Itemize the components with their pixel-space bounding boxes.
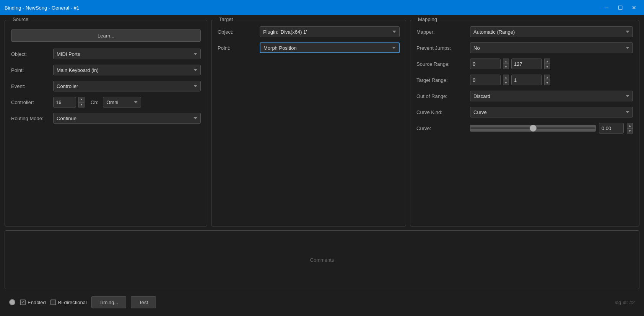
target-range-inputs: ▲ ▼ ▲ ▼ xyxy=(470,75,550,85)
source-range-row: Source Range: ▲ ▼ ▲ ▼ xyxy=(416,59,633,69)
source-range-max[interactable] xyxy=(511,59,542,69)
target-point-select[interactable]: Morph Position xyxy=(260,42,400,53)
main-content: Source Learn... Object: MIDI Ports Point… xyxy=(0,15,644,316)
target-range-label: Target Range: xyxy=(416,77,470,83)
source-range-label: Source Range: xyxy=(416,61,470,67)
comments-placeholder: Comments xyxy=(310,257,334,263)
curve-value-input[interactable] xyxy=(599,123,624,134)
mapping-panel-title: Mapping xyxy=(416,16,439,22)
curve-slider-group: ▲ ▼ xyxy=(470,123,633,134)
controller-input-group: ▲ ▼ Ch: Omni xyxy=(53,97,141,108)
target-range-row: Target Range: ▲ ▼ ▲ ▼ xyxy=(416,75,633,85)
test-button[interactable]: Test xyxy=(131,296,156,308)
curve-slider[interactable] xyxy=(470,125,596,132)
out-of-range-row: Out of Range: Discard xyxy=(416,91,633,101)
controller-spin-down[interactable]: ▼ xyxy=(78,102,85,108)
target-object-row: Object: Plugin: 'Diva(x64) 1' xyxy=(218,26,400,37)
mapping-panel: Mapping Mapper: Automatic (Range) Preven… xyxy=(410,20,639,226)
bidirectional-checkbox[interactable] xyxy=(50,300,56,305)
source-range-max-down[interactable]: ▼ xyxy=(544,64,550,69)
status-radio[interactable] xyxy=(9,299,15,305)
target-range-min-spin: ▲ ▼ xyxy=(503,75,509,85)
target-range-max[interactable] xyxy=(511,75,542,85)
ch-select[interactable]: Omni xyxy=(103,97,141,108)
source-event-select[interactable]: Controller xyxy=(53,81,201,91)
prevent-jumps-label: Prevent Jumps: xyxy=(416,45,470,51)
source-object-row: Object: MIDI Ports xyxy=(11,49,201,59)
bidirectional-label: Bi-directional xyxy=(58,300,87,305)
target-panel-title: Target xyxy=(217,16,235,22)
source-event-label: Event: xyxy=(11,83,53,89)
source-range-max-up[interactable]: ▲ xyxy=(544,59,550,64)
curve-kind-select[interactable]: Curve xyxy=(470,107,633,117)
controller-spin: ▲ ▼ xyxy=(78,97,85,108)
ch-label: Ch: xyxy=(91,99,98,105)
curve-label: Curve: xyxy=(416,125,470,131)
controller-input[interactable] xyxy=(53,97,76,108)
target-range-max-spin: ▲ ▼ xyxy=(544,75,550,85)
target-range-min-up[interactable]: ▲ xyxy=(503,75,509,80)
source-point-row: Point: Main Keyboard (in) xyxy=(11,65,201,75)
source-panel-title: Source xyxy=(10,16,31,22)
target-range-min-down[interactable]: ▼ xyxy=(503,80,509,85)
curve-kind-row: Curve Kind: Curve xyxy=(416,107,633,117)
source-object-label: Object: xyxy=(11,51,53,57)
source-routing-select[interactable]: Continue xyxy=(53,113,201,124)
comments-panel[interactable]: Comments xyxy=(5,230,639,289)
curve-value-spin: ▲ ▼ xyxy=(627,123,633,134)
curve-value-up[interactable]: ▲ xyxy=(627,123,633,128)
title-bar: Binding - NewSong - General - #1 ─ ☐ ✕ xyxy=(0,0,644,15)
log-id: log id: #2 xyxy=(615,300,635,305)
source-object-select[interactable]: MIDI Ports xyxy=(53,49,201,59)
source-controller-label: Controller: xyxy=(11,99,53,105)
curve-value-down[interactable]: ▼ xyxy=(627,128,633,134)
source-range-inputs: ▲ ▼ ▲ ▼ xyxy=(470,59,550,69)
timing-button[interactable]: Timing... xyxy=(91,296,126,308)
out-of-range-select[interactable]: Discard xyxy=(470,91,633,101)
target-object-select[interactable]: Plugin: 'Diva(x64) 1' xyxy=(260,26,400,37)
source-range-max-spin: ▲ ▼ xyxy=(544,59,550,69)
curve-kind-label: Curve Kind: xyxy=(416,109,470,115)
source-range-min-up[interactable]: ▲ xyxy=(503,59,509,64)
source-routing-row: Routing Mode: Continue xyxy=(11,113,201,124)
curve-row: Curve: ▲ ▼ xyxy=(416,123,633,134)
bidirectional-checkbox-wrap[interactable]: Bi-directional xyxy=(50,300,87,305)
mapper-row: Mapper: Automatic (Range) xyxy=(416,26,633,37)
learn-button[interactable]: Learn... xyxy=(11,29,201,42)
enabled-label: Enabled xyxy=(28,300,46,305)
bottom-bar: ✓ Enabled Bi-directional Timing... Test … xyxy=(5,293,639,311)
target-range-min[interactable] xyxy=(470,75,501,85)
title-bar-controls: ─ ☐ ✕ xyxy=(601,2,639,13)
enabled-checkbox[interactable]: ✓ xyxy=(20,300,26,305)
source-point-label: Point: xyxy=(11,67,53,73)
source-range-min[interactable] xyxy=(470,59,501,69)
target-range-max-down[interactable]: ▼ xyxy=(544,80,550,85)
maximize-button[interactable]: ☐ xyxy=(615,2,626,13)
target-point-row: Point: Morph Position xyxy=(218,42,400,53)
source-routing-label: Routing Mode: xyxy=(11,116,53,121)
target-object-label: Object: xyxy=(218,29,260,35)
source-range-min-spin: ▲ ▼ xyxy=(503,59,509,69)
mapper-label: Mapper: xyxy=(416,29,470,35)
minimize-button[interactable]: ─ xyxy=(601,2,612,13)
out-of-range-label: Out of Range: xyxy=(416,93,470,99)
panels-row: Source Learn... Object: MIDI Ports Point… xyxy=(5,20,639,226)
target-range-max-up[interactable]: ▲ xyxy=(544,75,550,80)
source-controller-row: Controller: ▲ ▼ Ch: Omni xyxy=(11,97,201,108)
target-panel: Target Object: Plugin: 'Diva(x64) 1' Poi… xyxy=(211,20,406,226)
source-range-min-down[interactable]: ▼ xyxy=(503,64,509,69)
bottom-left: ✓ Enabled Bi-directional Timing... Test xyxy=(9,296,156,308)
close-button[interactable]: ✕ xyxy=(629,2,639,13)
prevent-jumps-select[interactable]: No xyxy=(470,42,633,53)
enabled-checkbox-wrap[interactable]: ✓ Enabled xyxy=(20,300,46,305)
checkmark-icon: ✓ xyxy=(21,300,24,305)
source-point-select[interactable]: Main Keyboard (in) xyxy=(53,65,201,75)
target-point-label: Point: xyxy=(218,45,260,51)
source-event-row: Event: Controller xyxy=(11,81,201,91)
source-panel: Source Learn... Object: MIDI Ports Point… xyxy=(5,20,207,226)
prevent-jumps-row: Prevent Jumps: No xyxy=(416,42,633,53)
controller-spin-up[interactable]: ▲ xyxy=(78,97,85,102)
mapper-select[interactable]: Automatic (Range) xyxy=(470,26,633,37)
window-title: Binding - NewSong - General - #1 xyxy=(5,5,79,11)
